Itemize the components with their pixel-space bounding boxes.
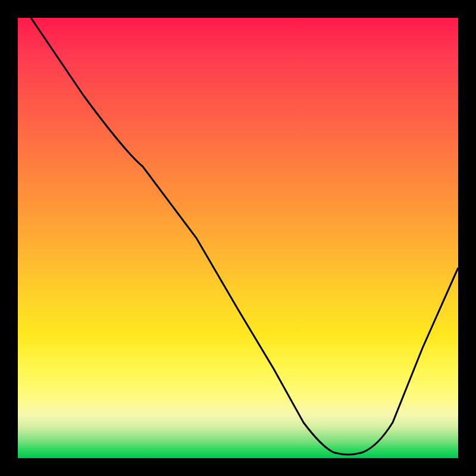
curve-path — [31, 18, 458, 455]
plot-area — [18, 18, 458, 458]
bottleneck-curve — [18, 18, 458, 458]
